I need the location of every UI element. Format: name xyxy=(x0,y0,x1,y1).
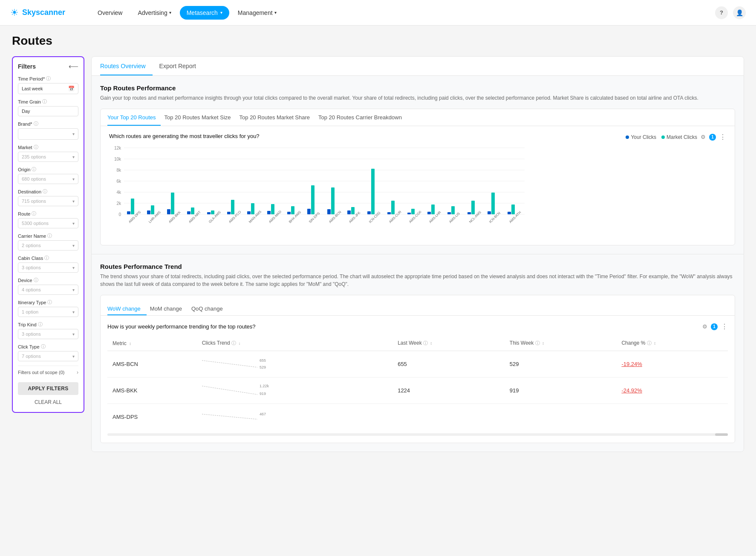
nav-item-overview[interactable]: Overview xyxy=(91,6,129,20)
svg-rect-69 xyxy=(491,193,495,214)
row-metric: AMS-BCN xyxy=(107,351,197,377)
time-grain-select[interactable]: Day xyxy=(18,106,78,116)
scroll-indicator xyxy=(107,433,728,436)
trend-card: WoW change MoM change QoQ change How is … xyxy=(100,295,735,443)
svg-rect-35 xyxy=(267,211,271,214)
nav-item-advertising[interactable]: Advertising ▾ xyxy=(131,6,178,20)
info-icon[interactable]: ⓘ xyxy=(32,210,36,217)
info-icon[interactable]: ⓘ xyxy=(423,340,428,346)
info-icon[interactable]: ⓘ xyxy=(47,233,52,239)
change-link[interactable]: -19.24% xyxy=(621,361,642,367)
info-icon[interactable]: ⓘ xyxy=(647,340,652,346)
carrier-select[interactable]: 2 options ▾ xyxy=(18,240,78,251)
tab-export-report[interactable]: Export Report xyxy=(159,57,203,75)
trend-more-btn[interactable]: ⋮ xyxy=(721,323,728,331)
svg-rect-54 xyxy=(391,201,395,214)
row-change: -19.24% xyxy=(616,351,728,377)
svg-rect-66 xyxy=(471,201,475,214)
info-icon[interactable]: ⓘ xyxy=(43,188,47,195)
svg-rect-53 xyxy=(387,212,391,214)
svg-rect-38 xyxy=(287,212,291,214)
clear-all-btn[interactable]: CLEAR ALL xyxy=(18,398,78,407)
info-icon[interactable]: ⓘ xyxy=(46,75,51,82)
trend-tabs: WoW change MoM change QoQ change xyxy=(101,302,735,316)
destination-select[interactable]: 715 options ▾ xyxy=(18,196,78,206)
svg-rect-57 xyxy=(411,209,415,214)
svg-text:1.22k: 1.22k xyxy=(260,384,269,388)
filter-route-label: Route ⓘ xyxy=(18,210,78,217)
chevron-down-icon: ▾ xyxy=(72,288,75,292)
info-icon[interactable]: ⓘ xyxy=(32,166,36,173)
info-icon[interactable]: ⓘ xyxy=(42,98,47,105)
time-period-input[interactable]: Last week 📅 xyxy=(18,83,78,94)
trend-tab-mom[interactable]: MoM change xyxy=(150,302,188,315)
filter-icon-btn[interactable]: ⚙ xyxy=(701,134,706,140)
user-icon-btn[interactable]: 👤 xyxy=(733,6,746,19)
filter-market-label: Market ⓘ xyxy=(18,144,78,150)
filter-time-period-label: Time Period* ⓘ xyxy=(18,75,78,82)
info-icon[interactable]: ⓘ xyxy=(34,277,38,283)
logo[interactable]: ☀ Skyscanner xyxy=(10,7,65,18)
row-change: -24.92% xyxy=(616,377,728,404)
market-select[interactable]: 235 options ▾ xyxy=(18,152,78,162)
device-select[interactable]: 4 options ▾ xyxy=(18,285,78,295)
info-icon[interactable]: ⓘ xyxy=(535,340,540,346)
route-select[interactable]: 5300 options ▾ xyxy=(18,218,78,228)
chevron-down-icon: ▾ xyxy=(72,199,75,204)
info-icon[interactable]: ⓘ xyxy=(231,340,236,346)
inner-tab-market-share[interactable]: Top 20 Routes Market Share xyxy=(239,109,315,126)
inner-tab-top20[interactable]: Your Top 20 Routes xyxy=(107,109,161,126)
svg-rect-20 xyxy=(167,209,170,214)
info-icon[interactable]: ⓘ xyxy=(47,299,52,305)
filter-trip-kind-label: Trip Kind ⓘ xyxy=(18,321,78,328)
chart-card: Your Top 20 Routes Top 20 Routes Market … xyxy=(100,109,735,245)
info-icon[interactable]: ⓘ xyxy=(44,255,49,261)
trend-tab-wow[interactable]: WoW change xyxy=(107,302,147,315)
click-type-select[interactable]: 7 options ▾ xyxy=(18,351,78,361)
trend-tab-qoq[interactable]: QoQ change xyxy=(191,302,229,315)
svg-text:6k: 6k xyxy=(116,179,121,184)
itinerary-select[interactable]: 1 option ▾ xyxy=(18,307,78,317)
chevron-down-icon: ▾ xyxy=(169,10,171,15)
change-link[interactable]: -24.92% xyxy=(621,387,642,394)
trip-kind-select[interactable]: 3 options ▾ xyxy=(18,329,78,339)
apply-filters-btn[interactable]: APPLY FILTERS xyxy=(18,382,78,395)
info-icon[interactable]: ⓘ xyxy=(38,321,43,328)
cabin-class-select[interactable]: 3 options ▾ xyxy=(18,262,78,273)
info-icon[interactable]: ⓘ xyxy=(34,121,38,127)
badge-count: 1 xyxy=(709,134,716,141)
help-icon-btn[interactable]: ? xyxy=(715,6,728,19)
inner-tab-market-size[interactable]: Top 20 Routes Market Size xyxy=(164,109,236,126)
chevron-down-icon: ▾ xyxy=(72,132,75,136)
tab-routes-overview[interactable]: Routes Overview xyxy=(100,57,153,75)
more-options-btn[interactable]: ⋮ xyxy=(719,133,726,141)
svg-text:8k: 8k xyxy=(116,168,121,173)
filters-collapse-btn[interactable]: ⟵ xyxy=(69,62,78,70)
nav-item-management[interactable]: Management ▾ xyxy=(231,6,283,20)
row-metric: AMS-DPS xyxy=(107,404,197,430)
trend-filter-btn[interactable]: ⚙ xyxy=(702,323,707,330)
calendar-icon: 📅 xyxy=(68,86,75,92)
legend-market-clicks: Market Clicks xyxy=(661,134,697,140)
svg-rect-63 xyxy=(451,206,455,214)
trend-question: How is your weekly performance trending … xyxy=(107,323,256,330)
brand-select[interactable]: ▾ xyxy=(18,128,78,140)
nav: Overview Advertising ▾ Metasearch ▾ Mana… xyxy=(91,6,715,20)
origin-select[interactable]: 680 options ▾ xyxy=(18,174,78,184)
table-row: AMS-DPS 467 xyxy=(107,404,728,430)
svg-rect-17 xyxy=(147,210,150,214)
inner-tab-carrier-breakdown[interactable]: Top 20 Routes Carrier Breakdown xyxy=(318,109,407,126)
row-this-week xyxy=(505,404,617,430)
svg-line-80 xyxy=(202,414,257,419)
svg-rect-15 xyxy=(131,199,134,214)
filters-out-scope[interactable]: Filters out of scope (0) › xyxy=(18,366,78,379)
filter-destination: Destination ⓘ 715 options ▾ xyxy=(18,188,78,206)
row-metric: AMS-BKK xyxy=(107,377,197,404)
info-icon[interactable]: ⓘ xyxy=(41,343,46,350)
svg-rect-14 xyxy=(127,211,130,214)
nav-item-metasearch[interactable]: Metasearch ▾ xyxy=(180,6,229,20)
table-row: AMS-BKK 1.22k 919 xyxy=(107,377,728,404)
info-icon[interactable]: ⓘ xyxy=(34,144,38,150)
performance-trend-section: Routes Performance Trend The trend shows… xyxy=(92,254,744,452)
trend-title: Routes Performance Trend xyxy=(100,263,735,270)
